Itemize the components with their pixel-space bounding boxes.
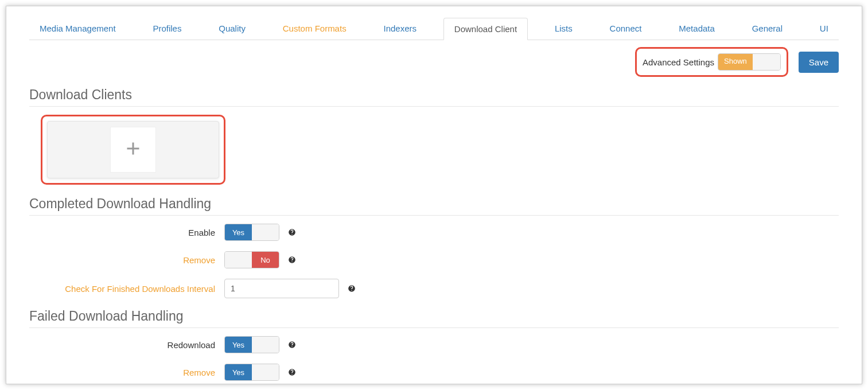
- toggle-enable[interactable]: Yes: [224, 224, 279, 241]
- toggle-remove-failed-value: Yes: [225, 364, 252, 380]
- label-interval: Check For Finished Downloads Interval: [29, 284, 224, 294]
- input-interval[interactable]: [224, 279, 339, 298]
- tab-lists[interactable]: Lists: [544, 18, 583, 40]
- advanced-settings-toggle-blank: [753, 54, 780, 70]
- toggle-redownload-value: Yes: [225, 337, 252, 353]
- tab-profiles[interactable]: Profiles: [142, 18, 192, 40]
- section-download-clients: Download Clients: [29, 87, 839, 107]
- toggle-remove-failed[interactable]: Yes: [224, 364, 279, 381]
- help-icon[interactable]: [287, 368, 297, 377]
- save-button[interactable]: Save: [799, 52, 839, 73]
- tab-metadata[interactable]: Metadata: [668, 18, 725, 40]
- toggle-remove-completed-value: No: [252, 252, 279, 268]
- row-redownload: Redownload Yes: [29, 336, 839, 353]
- toggle-redownload-blank: [252, 337, 279, 353]
- help-icon[interactable]: [347, 284, 356, 293]
- tab-indexers[interactable]: Indexers: [373, 18, 427, 40]
- help-icon[interactable]: [287, 255, 297, 264]
- toolbar: Advanced Settings Shown Save: [29, 40, 839, 84]
- tab-custom-formats[interactable]: Custom Formats: [273, 18, 357, 40]
- advanced-settings-toggle[interactable]: Shown: [718, 53, 781, 71]
- tab-media-management[interactable]: Media Management: [29, 18, 126, 40]
- advanced-settings-label: Advanced Settings: [643, 57, 714, 67]
- help-icon[interactable]: [287, 340, 297, 349]
- advanced-settings-box: Advanced Settings Shown: [635, 47, 788, 77]
- toggle-remove-failed-blank: [252, 364, 279, 380]
- row-interval: Check For Finished Downloads Interval: [29, 279, 839, 298]
- advanced-settings-state: Shown: [718, 54, 753, 70]
- help-icon[interactable]: [287, 228, 297, 237]
- row-remove-failed: Remove Yes: [29, 364, 839, 381]
- toggle-enable-value: Yes: [225, 224, 252, 240]
- tab-download-client[interactable]: Download Client: [443, 18, 528, 40]
- toggle-enable-blank: [252, 224, 279, 240]
- add-download-client-card[interactable]: [47, 121, 219, 178]
- section-completed-handling: Completed Download Handling: [29, 196, 839, 216]
- section-failed-handling: Failed Download Handling: [29, 309, 839, 328]
- toggle-remove-completed[interactable]: No: [224, 251, 279, 268]
- label-remove-failed: Remove: [29, 368, 224, 377]
- plus-icon: [123, 138, 143, 161]
- label-remove-completed: Remove: [29, 255, 224, 265]
- tab-ui[interactable]: UI: [809, 18, 839, 40]
- tab-general[interactable]: General: [742, 18, 793, 40]
- add-client-highlight: [41, 115, 225, 185]
- settings-tabs: Media Management Profiles Quality Custom…: [29, 18, 839, 40]
- label-redownload: Redownload: [29, 340, 224, 350]
- settings-page: Media Management Profiles Quality Custom…: [6, 6, 862, 384]
- toggle-remove-completed-blank: [225, 252, 252, 268]
- tab-connect[interactable]: Connect: [600, 18, 652, 40]
- row-enable: Enable Yes: [29, 224, 839, 241]
- tab-quality[interactable]: Quality: [208, 18, 256, 40]
- toggle-redownload[interactable]: Yes: [224, 336, 279, 353]
- label-enable: Enable: [29, 228, 224, 237]
- plus-icon-box: [110, 127, 156, 173]
- row-remove-completed: Remove No: [29, 251, 839, 268]
